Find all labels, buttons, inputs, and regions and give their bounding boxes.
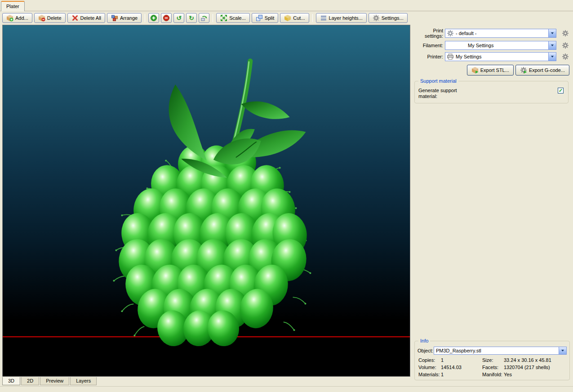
viewport-mode-tabs: 3D 2D Preview Layers bbox=[2, 377, 98, 385]
layer-heights-button-label: Layer heights... bbox=[329, 15, 363, 21]
delete-all-cross-icon bbox=[71, 14, 79, 22]
print-settings-combo[interactable]: - default - bbox=[445, 29, 556, 38]
delete-all-button[interactable]: Delete All bbox=[67, 13, 105, 23]
delete-button[interactable]: Delete bbox=[34, 13, 66, 23]
size-value: 33.24 x 30.16 x 45.81 bbox=[504, 357, 567, 363]
layer-heights-button[interactable]: Layer heights... bbox=[316, 13, 367, 23]
printer-icon bbox=[447, 53, 454, 60]
settings-button-label: Settings... bbox=[382, 15, 404, 21]
cut-box-icon bbox=[284, 14, 291, 22]
rotate-button[interactable] bbox=[199, 13, 209, 23]
toolbar-separator bbox=[213, 14, 213, 22]
viewport-3d[interactable] bbox=[2, 25, 410, 377]
export-gcode-button[interactable]: Export G-code... bbox=[515, 65, 569, 76]
add-box-icon bbox=[6, 14, 13, 22]
more-copies-button[interactable] bbox=[148, 13, 159, 23]
printer-label: Printer: bbox=[413, 54, 445, 59]
facets-label: Facets: bbox=[482, 365, 504, 370]
delete-button-label: Delete bbox=[47, 15, 62, 21]
plus-circle-icon bbox=[150, 14, 157, 22]
combo-dropdown-arrow[interactable] bbox=[548, 41, 556, 49]
rotate-ccw-button[interactable]: ↺ bbox=[173, 13, 184, 23]
tab-plater-label: Plater bbox=[6, 4, 19, 9]
split-button-label: Split bbox=[265, 15, 274, 21]
filament-combo[interactable]: My Settings bbox=[445, 41, 556, 50]
raspberry-model-svg bbox=[3, 25, 410, 376]
arrange-bricks-icon bbox=[111, 14, 118, 22]
object-combo[interactable]: PM3D_Raspberry.stl bbox=[434, 347, 567, 355]
copies-label: Copies: bbox=[418, 357, 441, 363]
filament-label: Filament: bbox=[413, 43, 445, 48]
delete-all-button-label: Delete All bbox=[80, 15, 101, 21]
view-tab-layers[interactable]: Layers bbox=[70, 377, 97, 385]
view-tab-preview[interactable]: Preview bbox=[40, 377, 69, 385]
split-shapes-icon bbox=[256, 14, 263, 22]
info-groupbox: Info Object: PM3D_Raspberry.stl Copies: … bbox=[414, 341, 570, 380]
view-tab-2d[interactable]: 2D bbox=[21, 377, 39, 385]
view-tab-layers-label: Layers bbox=[76, 378, 91, 383]
view-tab-2d-label: 2D bbox=[27, 378, 33, 383]
info-title: Info bbox=[418, 338, 430, 343]
rotate-cw-button[interactable]: ↻ bbox=[186, 13, 197, 23]
view-tab-3d-label: 3D bbox=[8, 378, 14, 383]
export-stl-icon bbox=[471, 67, 479, 74]
toolbar-separator bbox=[145, 14, 145, 22]
printer-value: My Settings bbox=[454, 54, 548, 59]
export-gcode-icon bbox=[520, 67, 527, 74]
arrange-button-label: Arrange bbox=[120, 15, 138, 21]
manifold-value: Yes bbox=[504, 372, 567, 377]
notebook-tabstrip: Plater bbox=[0, 0, 573, 11]
gear-icon bbox=[373, 14, 380, 22]
scale-button-label: Scale... bbox=[229, 15, 246, 21]
combo-dropdown-arrow[interactable] bbox=[548, 53, 556, 61]
cut-button-label: Cut... bbox=[293, 15, 305, 21]
view-tab-3d[interactable]: 3D bbox=[2, 377, 20, 385]
print-settings-label: Print settings: bbox=[413, 28, 445, 39]
gear-icon bbox=[447, 30, 454, 37]
size-label: Size: bbox=[482, 357, 504, 363]
materials-label: Materials: bbox=[418, 372, 441, 377]
object-label: Object: bbox=[418, 348, 434, 353]
status-bar bbox=[0, 386, 573, 392]
printer-combo[interactable]: My Settings bbox=[445, 52, 556, 61]
layer-heights-icon bbox=[320, 14, 327, 22]
fewer-copies-button[interactable] bbox=[161, 13, 172, 23]
print-settings-value: - default - bbox=[454, 31, 548, 36]
rotate-cw-icon: ↻ bbox=[189, 15, 194, 21]
object-value: PM3D_Raspberry.stl bbox=[434, 348, 559, 353]
add-button-label: Add... bbox=[15, 15, 28, 21]
view-tab-preview-label: Preview bbox=[46, 378, 63, 383]
volume-label: Volume: bbox=[418, 365, 441, 370]
arrange-button[interactable]: Arrange bbox=[107, 13, 142, 23]
combo-dropdown-arrow[interactable] bbox=[559, 347, 566, 354]
minus-circle-icon bbox=[163, 14, 170, 22]
right-settings-panel: Print settings: - default - Filament: My… bbox=[413, 25, 573, 392]
export-stl-label: Export STL... bbox=[480, 67, 509, 73]
volume-value: 14514.03 bbox=[441, 365, 482, 370]
printer-gear-button[interactable] bbox=[562, 53, 569, 60]
materials-value: 1 bbox=[441, 372, 482, 377]
manifold-label: Manifold: bbox=[482, 372, 504, 377]
print-settings-gear-button[interactable] bbox=[562, 30, 569, 37]
add-button[interactable]: Add... bbox=[2, 13, 32, 23]
split-button[interactable]: Split bbox=[252, 13, 278, 23]
tab-plater[interactable]: Plater bbox=[1, 1, 25, 11]
rotate-ccw-icon: ↺ bbox=[176, 15, 182, 21]
settings-button[interactable]: Settings... bbox=[369, 13, 408, 23]
export-stl-button[interactable]: Export STL... bbox=[467, 65, 514, 76]
delete-box-icon bbox=[38, 14, 45, 22]
filament-gear-button[interactable] bbox=[562, 42, 569, 49]
facets-value: 1320704 (217 shells) bbox=[504, 365, 567, 370]
rotate-tool-icon bbox=[200, 14, 208, 22]
combo-dropdown-arrow[interactable] bbox=[548, 29, 556, 37]
support-material-title: Support material bbox=[418, 78, 458, 84]
export-gcode-label: Export G-code... bbox=[529, 67, 565, 73]
scale-arrows-icon bbox=[220, 14, 227, 22]
checkmark-icon: ✓ bbox=[559, 88, 563, 93]
filament-value: My Settings bbox=[445, 43, 548, 48]
cut-button[interactable]: Cut... bbox=[280, 13, 309, 23]
scale-button[interactable]: Scale... bbox=[216, 13, 250, 23]
copies-value: 1 bbox=[441, 357, 482, 363]
toolbar-separator bbox=[312, 14, 313, 22]
generate-support-checkbox[interactable]: ✓ bbox=[558, 88, 564, 94]
